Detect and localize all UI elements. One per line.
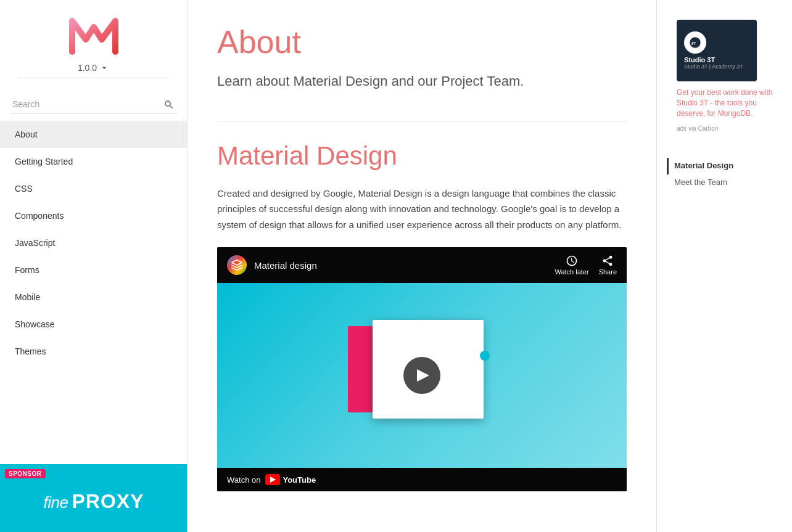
sponsor-badge: SPONSOR: [5, 469, 46, 478]
page-title: About: [217, 25, 627, 60]
search-icon: [163, 99, 175, 110]
logo-area: 1.0.0: [0, 0, 187, 88]
page-subtitle: Learn about Material Design and our Proj…: [217, 72, 627, 91]
video-container: Material design Watch later Share: [217, 247, 627, 491]
sponsor-proxy: PROXY: [72, 490, 144, 513]
share-button[interactable]: Share: [599, 255, 617, 276]
sidebar-item-getting-started[interactable]: Getting Started: [0, 148, 187, 175]
toc-item-meet-the-team[interactable]: Meet the Team: [667, 174, 782, 190]
section-title: Material Design: [217, 141, 627, 171]
right-panel: 3T Studio 3T Studio 3T | Academy 3T Get …: [656, 0, 792, 532]
sidebar-item-forms[interactable]: Forms: [0, 256, 187, 284]
video-header: Material design Watch later Share: [217, 247, 627, 283]
watch-later-button[interactable]: Watch later: [555, 255, 588, 276]
ad-logo-sub: Studio 3T | Academy 3T: [684, 63, 749, 70]
sponsor-text: fine PROXY: [44, 490, 144, 513]
video-footer: Watch on YouTube: [217, 468, 627, 491]
toc: Material Design Meet the Team: [667, 158, 782, 190]
ad-description: Get your best work done with Studio 3T -…: [677, 88, 780, 118]
video-thumbnail[interactable]: [217, 283, 627, 468]
section-body: Created and designed by Google, Material…: [217, 186, 627, 233]
video-title: Material design: [254, 260, 547, 271]
chevron-down-icon: [99, 63, 109, 73]
watch-on-label: Watch on: [227, 475, 260, 485]
version-label: 1.0.0: [78, 63, 97, 73]
search-area: [0, 88, 187, 121]
ad-image[interactable]: 3T Studio 3T Studio 3T | Academy 3T: [677, 20, 757, 81]
youtube-icon: [265, 474, 280, 485]
sponsor-content: fine PROXY: [0, 470, 188, 532]
sponsor-area[interactable]: SPONSOR fine PROXY: [0, 464, 188, 532]
youtube-logo: YouTube: [265, 474, 316, 485]
ad-logo-text: Studio 3T: [684, 56, 749, 63]
sponsor-fine: fine: [44, 493, 68, 512]
youtube-text: YouTube: [283, 475, 316, 485]
mockup-dot: [480, 351, 490, 361]
brand-logo: [66, 15, 122, 58]
svg-text:3T: 3T: [691, 41, 696, 46]
studio3t-logo-icon: 3T: [688, 36, 702, 49]
sidebar: 1.0.0 About Getting Started CSS Componen…: [0, 0, 188, 532]
watch-on-youtube-button[interactable]: Watch on YouTube: [227, 474, 316, 485]
sidebar-item-mobile[interactable]: Mobile: [0, 284, 187, 311]
ad-source: ads via Carbon: [677, 125, 718, 132]
watch-later-icon: [566, 255, 578, 267]
share-label: Share: [599, 268, 617, 276]
toc-item-material-design[interactable]: Material Design: [667, 158, 782, 174]
search-button[interactable]: [163, 99, 175, 110]
video-logo-icon: [227, 255, 247, 275]
ad-area: 3T Studio 3T Studio 3T | Academy 3T Get …: [667, 10, 790, 143]
share-icon: [601, 255, 614, 267]
sidebar-item-showcase[interactable]: Showcase: [0, 311, 187, 338]
search-input[interactable]: [10, 96, 177, 113]
divider-1: [217, 121, 627, 121]
sidebar-item-components[interactable]: Components: [0, 202, 187, 229]
video-actions: Watch later Share: [555, 255, 617, 276]
main-content: About Learn about Material Design and ou…: [188, 0, 656, 532]
watch-later-label: Watch later: [555, 268, 588, 276]
sidebar-item-css[interactable]: CSS: [0, 175, 187, 202]
sidebar-item-themes[interactable]: Themes: [0, 338, 187, 365]
sidebar-item-about[interactable]: About: [0, 121, 187, 148]
sidebar-item-javascript[interactable]: JavaScript: [0, 229, 187, 256]
ad-logo-circle: 3T: [684, 31, 706, 54]
ad-logo-area: 3T Studio 3T Studio 3T | Academy 3T: [677, 20, 757, 81]
material-logo-icon: [231, 259, 243, 271]
version-selector[interactable]: 1.0.0: [19, 63, 168, 78]
